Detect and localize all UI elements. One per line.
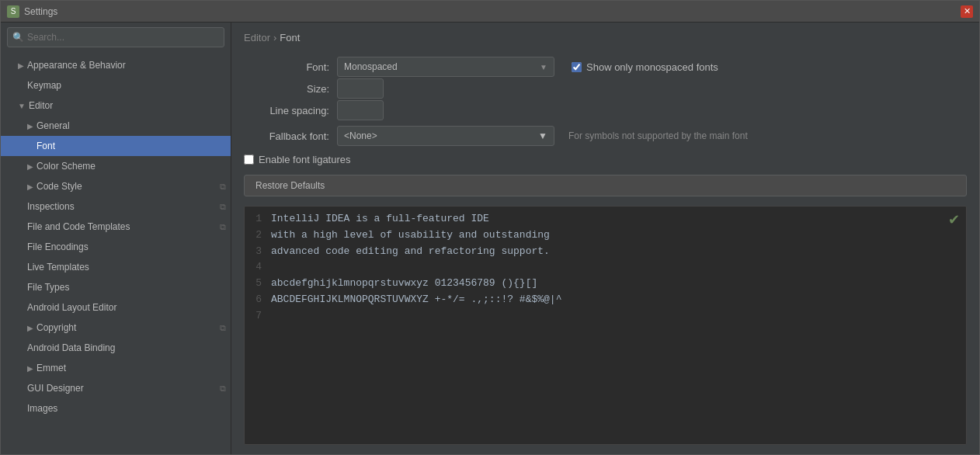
sidebar-item-font[interactable]: Font	[1, 136, 231, 156]
app-icon: S	[7, 5, 19, 18]
size-row: Size: 18	[244, 78, 967, 99]
show-monospaced-label: Show only monospaced fonts	[586, 61, 718, 73]
fallback-row: Fallback font: <None> ▼ For symbols not …	[244, 126, 967, 146]
sidebar-item-copyright[interactable]: ▶ Copyright ⧉	[1, 318, 231, 338]
preview-line-3: 3 advanced code editing and refactoring …	[252, 244, 958, 260]
sidebar-item-inspections[interactable]: Inspections ⧉	[1, 196, 231, 217]
sidebar-item-label: Images	[27, 403, 57, 414]
sidebar-item-label: Editor	[29, 100, 53, 111]
arrow-icon: ▶	[27, 364, 33, 373]
line-code: with a high level of usability and outst…	[271, 228, 550, 244]
sidebar-item-images[interactable]: Images	[1, 398, 231, 419]
line-number: 1	[252, 211, 262, 228]
sidebar-item-label: Live Templates	[27, 262, 89, 273]
copy-icon: ⧉	[220, 384, 226, 394]
ligatures-row: Enable font ligatures	[244, 154, 967, 165]
title-bar: S Settings ✕	[1, 1, 979, 23]
sidebar-item-color-scheme[interactable]: ▶ Color Scheme	[1, 156, 231, 176]
line-number: 5	[252, 276, 262, 292]
line-number: 6	[252, 292, 262, 308]
sidebar-item-gui-designer[interactable]: GUI Designer ⧉	[1, 378, 231, 398]
line-spacing-label: Line spacing:	[244, 105, 329, 116]
dropdown-arrow-icon: ▼	[540, 63, 547, 71]
dropdown-arrow-icon: ▼	[538, 130, 547, 141]
preview-line-1: 1 IntelliJ IDEA is a full-featured IDE	[252, 211, 958, 228]
sidebar-item-label: Android Data Binding	[27, 342, 115, 353]
line-number: 2	[252, 228, 262, 244]
preview-line-7: 7	[252, 308, 958, 325]
sidebar-item-label: Copyright	[36, 322, 76, 333]
sidebar-item-general[interactable]: ▶ General	[1, 116, 231, 136]
sidebar-item-label: Appearance & Behavior	[27, 60, 126, 71]
line-code: ABCDEFGHIJKLMNOPQRSTUVWXYZ +-*/= .,;::!?…	[271, 292, 561, 308]
ligatures-checkbox[interactable]	[244, 155, 254, 165]
sidebar-item-label: Keymap	[27, 80, 61, 91]
main-content: 🔍 ▶ Appearance & Behavior Keymap ▼ Edito…	[1, 23, 979, 454]
checkmark-icon: ✔	[948, 211, 960, 228]
restore-defaults-button[interactable]: Restore Defaults	[244, 175, 967, 196]
line-spacing-row: Line spacing: 1.0	[244, 99, 967, 121]
line-number: 4	[252, 259, 262, 276]
sidebar-item-file-code-templates[interactable]: File and Code Templates ⧉	[1, 217, 231, 237]
fallback-hint: For symbols not supported by the main fo…	[568, 130, 748, 141]
sidebar-item-label: File Encodings	[27, 241, 89, 252]
sidebar-item-label: Android Layout Editor	[27, 302, 116, 313]
line-code: abcdefghijklmnopqrstuvwxyz 0123456789 ()…	[271, 276, 537, 292]
search-input[interactable]	[27, 32, 219, 43]
line-spacing-input[interactable]: 1.0	[337, 100, 384, 120]
sidebar-item-android-data-binding[interactable]: Android Data Binding	[1, 338, 231, 358]
sidebar-item-label: Font	[36, 141, 55, 151]
copy-icon: ⧉	[220, 182, 226, 192]
window-title: Settings	[24, 6, 956, 17]
sidebar-item-label: Emmet	[36, 363, 66, 373]
fallback-dropdown[interactable]: <None> ▼	[337, 126, 554, 146]
search-box[interactable]: 🔍	[7, 27, 224, 47]
preview-line-4: 4	[252, 259, 958, 276]
sidebar-item-file-types[interactable]: File Types	[1, 277, 231, 297]
arrow-icon: ▶	[18, 61, 24, 70]
sidebar-item-label: File and Code Templates	[27, 221, 130, 232]
sidebar-item-emmet[interactable]: ▶ Emmet	[1, 358, 231, 378]
breadcrumb: Editor › Font	[244, 32, 967, 43]
copy-icon: ⧉	[220, 323, 226, 333]
fallback-value: <None>	[344, 130, 377, 141]
sidebar-item-live-templates[interactable]: Live Templates	[1, 257, 231, 277]
sidebar: 🔍 ▶ Appearance & Behavior Keymap ▼ Edito…	[1, 23, 231, 454]
sidebar-item-keymap[interactable]: Keymap	[1, 75, 231, 96]
arrow-icon: ▶	[27, 324, 33, 332]
line-number: 3	[252, 244, 262, 260]
line-code: advanced code editing and refactoring su…	[271, 244, 550, 260]
font-value: Monospaced	[344, 61, 398, 72]
font-label: Font:	[244, 61, 329, 73]
font-dropdown[interactable]: Monospaced ▼	[337, 57, 554, 77]
arrow-icon: ▼	[18, 102, 26, 110]
main-panel: Editor › Font Font: Monospaced ▼ Show on…	[231, 23, 979, 454]
sidebar-item-file-encodings[interactable]: File Encodings	[1, 237, 231, 257]
sidebar-item-label: GUI Designer	[27, 383, 84, 394]
fallback-label: Fallback font:	[244, 130, 329, 142]
breadcrumb-current: Font	[280, 32, 300, 43]
preview-line-5: 5 abcdefghijklmnopqrstuvwxyz 0123456789 …	[252, 276, 958, 292]
preview-line-2: 2 with a high level of usability and out…	[252, 228, 958, 244]
sidebar-item-label: Inspections	[27, 201, 75, 212]
font-row: Font: Monospaced ▼ Show only monospaced …	[244, 56, 967, 78]
arrow-icon: ▶	[27, 122, 33, 130]
copy-icon: ⧉	[220, 202, 226, 212]
close-button[interactable]: ✕	[961, 5, 973, 18]
arrow-icon: ▶	[27, 182, 33, 191]
breadcrumb-separator: ›	[273, 32, 276, 43]
show-monospaced-checkbox[interactable]	[572, 62, 582, 72]
sidebar-item-label: Code Style	[36, 181, 82, 192]
size-input[interactable]: 18	[337, 78, 384, 99]
copy-icon: ⧉	[220, 222, 226, 232]
sidebar-item-label: Color Scheme	[36, 161, 96, 172]
sidebar-item-code-style[interactable]: ▶ Code Style ⧉	[1, 176, 231, 196]
sidebar-item-editor[interactable]: ▼ Editor	[1, 96, 231, 116]
settings-window: S Settings ✕ 🔍 ▶ Appearance & Behavior K…	[0, 0, 980, 455]
sidebar-item-appearance[interactable]: ▶ Appearance & Behavior	[1, 55, 231, 75]
line-number: 7	[252, 308, 262, 325]
preview-area: ✔ 1 IntelliJ IDEA is a full-featured IDE…	[244, 206, 967, 445]
preview-line-6: 6 ABCDEFGHIJKLMNOPQRSTUVWXYZ +-*/= .,;::…	[252, 292, 958, 308]
sidebar-item-android-layout-editor[interactable]: Android Layout Editor	[1, 297, 231, 318]
sidebar-tree: ▶ Appearance & Behavior Keymap ▼ Editor …	[1, 52, 231, 454]
